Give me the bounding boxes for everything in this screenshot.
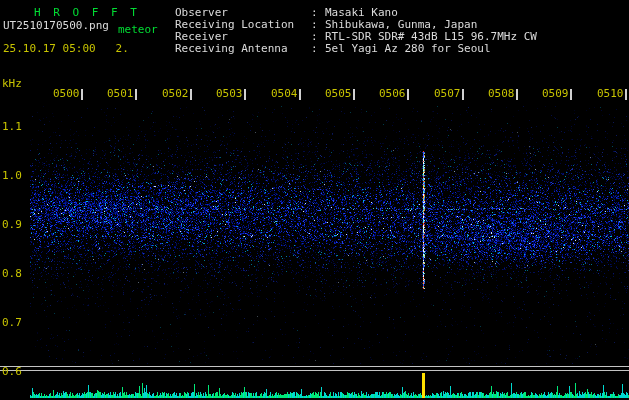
x-tick-label: 0502	[162, 88, 189, 100]
app-title: H R O F F T	[34, 7, 140, 19]
info-row-antenna: Receiving Antenna:5el Yagi Az 280 for Se…	[175, 43, 491, 55]
x-tick-label: 0506	[379, 88, 406, 100]
spectrogram-canvas	[0, 0, 629, 400]
y-tick-label: 0.7	[2, 317, 22, 329]
x-tick-label: 0505	[325, 88, 352, 100]
x-tick-mark	[353, 89, 355, 100]
x-tick-mark	[625, 89, 627, 100]
datetime-label: 25.10.17 05:00 2.	[3, 43, 129, 55]
x-tick-mark	[190, 89, 192, 100]
x-tick-label: 0510	[597, 88, 624, 100]
x-tick-label: 0500	[53, 88, 80, 100]
x-tick-mark	[299, 89, 301, 100]
output-filename: UT2510170500.png	[3, 20, 109, 32]
x-tick-mark	[407, 89, 409, 100]
x-tick-label: 0508	[488, 88, 515, 100]
x-tick-mark	[516, 89, 518, 100]
y-tick-label: 0.8	[2, 268, 22, 280]
info-label: Receiving Antenna	[175, 43, 311, 55]
y-tick-label: 1.0	[2, 170, 22, 182]
x-tick-mark	[135, 89, 137, 100]
x-tick-label: 0503	[216, 88, 243, 100]
info-value: 5el Yagi Az 280 for Seoul	[325, 42, 491, 55]
x-tick-mark	[244, 89, 246, 100]
hrofft-output: H R O F F T UT2510170500.png meteor 25.1…	[0, 0, 629, 400]
mode-label: meteor	[118, 24, 158, 36]
y-tick-label: 1.1	[2, 121, 22, 133]
x-tick-mark	[81, 89, 83, 100]
x-tick-label: 0504	[271, 88, 298, 100]
x-tick-label: 0509	[542, 88, 569, 100]
y-axis-unit: kHz	[2, 78, 22, 90]
x-tick-mark	[462, 89, 464, 100]
x-tick-label: 0501	[107, 88, 134, 100]
y-tick-label: 0.9	[2, 219, 22, 231]
x-tick-mark	[570, 89, 572, 100]
info-separator: :	[311, 43, 325, 55]
y-tick-label: 0.6	[2, 366, 22, 378]
x-tick-label: 0507	[434, 88, 461, 100]
